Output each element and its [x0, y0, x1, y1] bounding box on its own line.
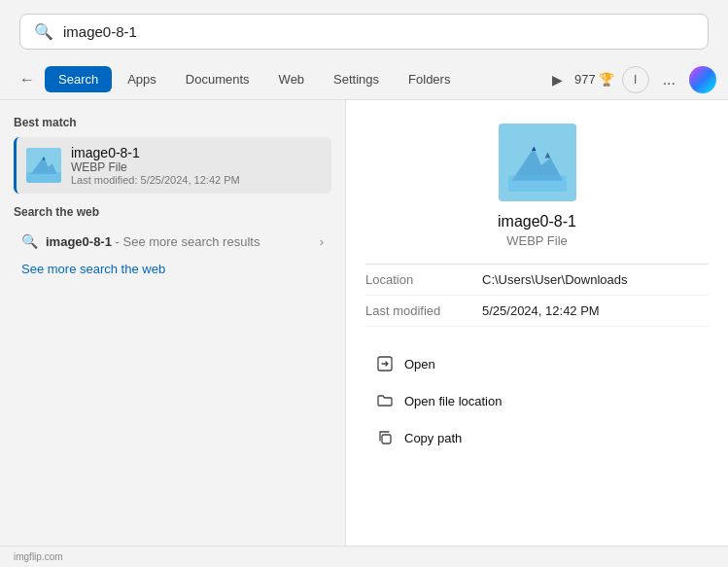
- copy-icon: [375, 428, 395, 447]
- meta-row-location: Location C:\Users\User\Downloads: [365, 265, 709, 296]
- trophy-icon: 🏆: [599, 72, 614, 87]
- best-match-label: Best match: [14, 116, 331, 129]
- nav-right: ▶ 977 🏆 I ...: [548, 66, 716, 93]
- tab-folders[interactable]: Folders: [395, 66, 464, 92]
- meta-key-modified: Last modified: [365, 303, 482, 318]
- search-web-label: Search the web: [14, 205, 331, 219]
- web-search-left: 🔍 image0-8-1 - See more search results: [21, 233, 260, 249]
- copy-path-button[interactable]: Copy path: [365, 420, 709, 455]
- tab-settings[interactable]: Settings: [320, 66, 393, 92]
- search-input[interactable]: [63, 23, 694, 40]
- tab-apps[interactable]: Apps: [114, 66, 170, 92]
- web-search-icon: 🔍: [21, 233, 38, 249]
- svg-rect-10: [382, 435, 391, 443]
- tab-documents[interactable]: Documents: [172, 66, 263, 92]
- meta-row-modified: Last modified 5/25/2024, 12:42 PM: [365, 296, 709, 327]
- open-location-button[interactable]: Open file location: [365, 383, 709, 418]
- main-content: Best match image0-8-1 WEBP File Last mod…: [0, 100, 728, 566]
- play-button[interactable]: ▶: [548, 68, 567, 91]
- svg-rect-3: [26, 172, 61, 183]
- meta-val-location: C:\Users\User\Downloads: [482, 272, 628, 287]
- tab-web[interactable]: Web: [265, 66, 319, 92]
- file-type: WEBP File: [71, 160, 240, 174]
- footer-text: imgflip.com: [14, 551, 63, 562]
- file-thumbnail: [26, 148, 61, 183]
- action-list: Open Open file location Copy path: [365, 346, 709, 455]
- open-location-label: Open file location: [404, 394, 502, 408]
- open-icon: [375, 354, 395, 373]
- open-button[interactable]: Open: [365, 346, 709, 381]
- chevron-icon: ›: [320, 234, 324, 249]
- footer: imgflip.com: [0, 546, 728, 567]
- avatar[interactable]: [689, 66, 716, 93]
- web-search-text: image0-8-1 - See more search results: [46, 234, 260, 249]
- preview-name: image0-8-1: [498, 213, 576, 230]
- file-date: Last modified: 5/25/2024, 12:42 PM: [71, 174, 240, 186]
- see-more-link[interactable]: See more search the web: [14, 256, 173, 282]
- meta-table: Location C:\Users\User\Downloads Last mo…: [365, 264, 709, 327]
- file-preview: [499, 124, 576, 201]
- search-bar-container: 🔍: [0, 0, 728, 59]
- more-button[interactable]: ...: [657, 67, 681, 92]
- folder-icon: [375, 391, 395, 410]
- meta-key-location: Location: [365, 272, 482, 287]
- preview-type: WEBP File: [506, 233, 568, 248]
- open-label: Open: [404, 357, 435, 372]
- left-panel: Best match image0-8-1 WEBP File Last mod…: [0, 100, 345, 566]
- file-info: image0-8-1 WEBP File Last modified: 5/25…: [71, 145, 240, 186]
- info-button[interactable]: I: [622, 66, 649, 93]
- right-panel: image0-8-1 WEBP File Location C:\Users\U…: [345, 100, 728, 566]
- web-search-item[interactable]: 🔍 image0-8-1 - See more search results ›: [14, 227, 331, 256]
- nav-tabs: ← Search Apps Documents Web Settings Fol…: [0, 59, 728, 100]
- result-count: 977 🏆: [574, 72, 614, 87]
- search-bar: 🔍: [19, 14, 709, 50]
- svg-rect-7: [508, 176, 567, 193]
- search-icon: 🔍: [34, 22, 53, 41]
- file-name: image0-8-1: [71, 145, 240, 160]
- copy-path-label: Copy path: [404, 431, 462, 445]
- best-match-item[interactable]: image0-8-1 WEBP File Last modified: 5/25…: [14, 137, 331, 194]
- tab-search[interactable]: Search: [45, 66, 112, 92]
- meta-val-modified: 5/25/2024, 12:42 PM: [482, 303, 600, 318]
- back-button[interactable]: ←: [12, 67, 43, 92]
